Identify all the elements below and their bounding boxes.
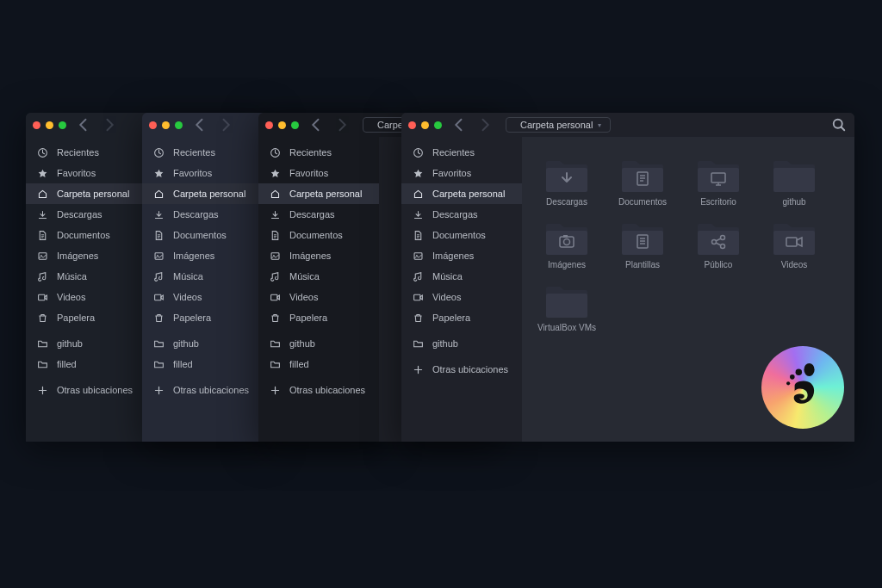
sidebar-item-label: Carpeta personal xyxy=(432,189,505,199)
back-button[interactable] xyxy=(307,116,325,133)
sidebar-item-home[interactable]: Carpeta personal xyxy=(258,183,379,204)
close-button[interactable] xyxy=(149,121,157,129)
document-icon xyxy=(36,229,48,241)
sidebar-item-folder[interactable]: filled xyxy=(26,354,146,374)
sidebar-item-music[interactable]: Música xyxy=(142,266,263,287)
pathbar[interactable]: Carpeta personal ▾ xyxy=(506,117,611,133)
svg-point-17 xyxy=(790,374,795,380)
sidebar-item-document[interactable]: Documentos xyxy=(401,225,522,245)
search-button[interactable] xyxy=(830,116,848,133)
sidebar-item-video[interactable]: Videos xyxy=(26,287,146,307)
sidebar-item-image[interactable]: Imágenes xyxy=(401,245,522,266)
folder-virtualbox-vms[interactable]: VirtualBox VMs xyxy=(532,280,601,332)
sidebar-item-document[interactable]: Documentos xyxy=(142,225,263,245)
home-icon xyxy=(269,188,281,200)
sidebar-item-image[interactable]: Imágenes xyxy=(258,245,379,266)
forward-button[interactable] xyxy=(333,116,351,133)
sidebar-item-label: Otras ubicaciones xyxy=(289,385,365,395)
folder-imágenes[interactable]: Imágenes xyxy=(532,217,601,269)
sidebar-item-home[interactable]: Carpeta personal xyxy=(142,183,263,204)
gnome-logo xyxy=(761,346,844,429)
sidebar-item-download[interactable]: Descargas xyxy=(258,204,379,225)
sidebar-item-trash[interactable]: Papelera xyxy=(401,307,522,328)
forward-button[interactable] xyxy=(101,116,118,133)
back-button[interactable] xyxy=(75,116,92,133)
folder-escritorio[interactable]: Escritorio xyxy=(684,154,753,207)
minimize-button[interactable] xyxy=(278,121,286,129)
sidebar-item-star[interactable]: Favoritos xyxy=(258,163,379,183)
close-button[interactable] xyxy=(33,121,40,129)
sidebar-item-music[interactable]: Música xyxy=(26,266,146,287)
sidebar-item-trash[interactable]: Papelera xyxy=(258,307,379,328)
sidebar-item-plus[interactable]: Otras ubicaciones xyxy=(26,380,146,400)
folder-público[interactable]: Público xyxy=(684,217,753,269)
sidebar-item-document[interactable]: Documentos xyxy=(258,225,379,245)
sidebar: Recientes Favoritos Carpeta personal Des… xyxy=(142,137,263,442)
sidebar-item-folder[interactable]: github xyxy=(142,333,263,354)
minimize-button[interactable] xyxy=(162,121,170,129)
sidebar-item-folder[interactable]: filled xyxy=(142,354,263,374)
sidebar-item-download[interactable]: Descargas xyxy=(401,204,522,225)
sidebar-item-clock[interactable]: Recientes xyxy=(258,142,379,163)
sidebar-item-clock[interactable]: Recientes xyxy=(26,142,146,163)
sidebar: Recientes Favoritos Carpeta personal Des… xyxy=(258,137,379,442)
close-button[interactable] xyxy=(408,121,416,129)
sidebar-item-label: Descargas xyxy=(432,209,478,220)
sidebar-item-trash[interactable]: Papelera xyxy=(142,307,263,328)
maximize-button[interactable] xyxy=(175,121,183,129)
sidebar-item-plus[interactable]: Otras ubicaciones xyxy=(142,380,263,400)
trash-icon xyxy=(269,312,281,324)
sidebar-item-video[interactable]: Videos xyxy=(258,287,379,307)
svg-point-15 xyxy=(804,363,814,376)
sidebar-item-music[interactable]: Música xyxy=(258,266,379,287)
sidebar-item-folder[interactable]: github xyxy=(258,333,379,354)
maximize-button[interactable] xyxy=(59,121,66,129)
star-icon xyxy=(269,167,281,179)
back-button[interactable] xyxy=(191,116,208,133)
home-icon xyxy=(412,188,424,200)
sidebar-item-plus[interactable]: Otras ubicaciones xyxy=(258,380,379,400)
document-icon xyxy=(152,229,165,241)
maximize-button[interactable] xyxy=(291,121,299,129)
video-icon xyxy=(412,291,424,303)
sidebar-item-folder[interactable]: github xyxy=(401,333,522,354)
sidebar-item-clock[interactable]: Recientes xyxy=(142,142,263,163)
sidebar-item-star[interactable]: Favoritos xyxy=(142,163,263,183)
sidebar-item-video[interactable]: Videos xyxy=(142,287,263,307)
maximize-button[interactable] xyxy=(434,121,442,129)
sidebar-item-label: Música xyxy=(57,271,87,282)
minimize-button[interactable] xyxy=(46,121,53,129)
sidebar-item-music[interactable]: Música xyxy=(401,266,522,287)
sidebar-item-video[interactable]: Videos xyxy=(401,287,522,307)
sidebar-item-document[interactable]: Documentos xyxy=(26,225,146,245)
sidebar-item-download[interactable]: Descargas xyxy=(26,204,146,225)
folder-documentos[interactable]: Documentos xyxy=(608,154,677,207)
sidebar-item-folder[interactable]: filled xyxy=(258,354,379,374)
sidebar-item-home[interactable]: Carpeta personal xyxy=(26,183,146,204)
close-button[interactable] xyxy=(265,121,273,129)
folder-descargas[interactable]: Descargas xyxy=(532,154,601,207)
forward-button[interactable] xyxy=(476,116,494,133)
sidebar-item-label: Otras ubicaciones xyxy=(173,385,249,395)
forward-button[interactable] xyxy=(217,116,234,133)
sidebar-item-plus[interactable]: Otras ubicaciones xyxy=(401,359,522,380)
image-icon xyxy=(152,250,165,262)
image-icon xyxy=(269,250,281,262)
sidebar-item-star[interactable]: Favoritos xyxy=(26,163,146,183)
sidebar-item-clock[interactable]: Recientes xyxy=(401,142,522,163)
sidebar-item-label: Videos xyxy=(57,292,85,302)
sidebar-item-image[interactable]: Imágenes xyxy=(26,245,146,266)
back-button[interactable] xyxy=(450,116,468,133)
minimize-button[interactable] xyxy=(421,121,429,129)
sidebar-item-star[interactable]: Favoritos xyxy=(401,163,522,183)
sidebar-item-label: Recientes xyxy=(57,147,99,158)
sidebar-item-home[interactable]: Carpeta personal xyxy=(401,183,522,204)
sidebar-item-image[interactable]: Imágenes xyxy=(142,245,263,266)
folder-videos[interactable]: Videos xyxy=(760,217,829,269)
folder-plantillas[interactable]: Plantillas xyxy=(608,217,677,269)
sidebar-item-label: Recientes xyxy=(432,147,475,158)
sidebar-item-folder[interactable]: github xyxy=(26,333,146,354)
sidebar-item-download[interactable]: Descargas xyxy=(142,204,263,225)
folder-github[interactable]: github xyxy=(760,154,829,207)
sidebar-item-trash[interactable]: Papelera xyxy=(26,307,146,328)
